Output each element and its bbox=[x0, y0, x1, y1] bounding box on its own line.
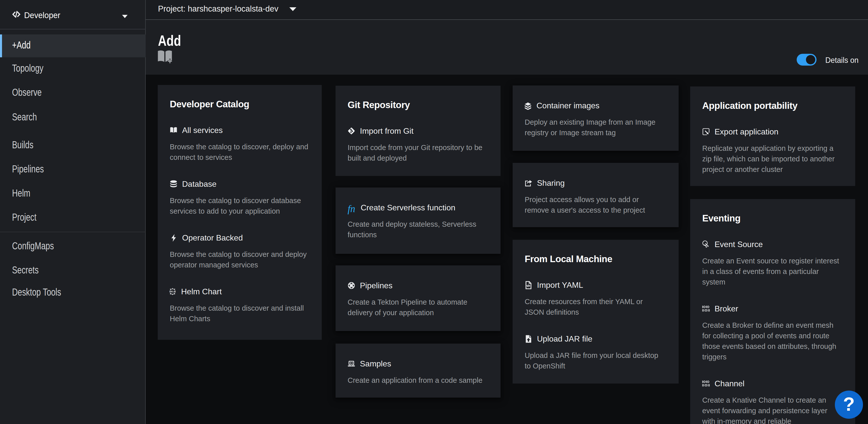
svg-text:HELM: HELM bbox=[169, 290, 176, 293]
